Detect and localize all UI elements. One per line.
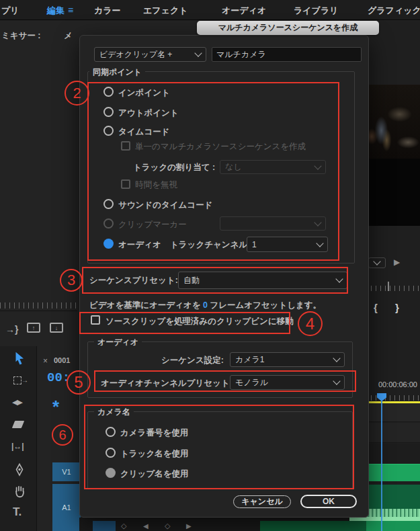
keyframe-marker-icon[interactable]: ◇: [121, 522, 126, 530]
sequence-settings-dropdown[interactable]: カメラ1: [230, 352, 345, 367]
timeline-ruler[interactable]: [366, 395, 420, 401]
offset-info-text: ビデオを基準にオーディオを 0 フレームオフセットします。: [89, 300, 321, 311]
mixer-label: ミキサー :: [1, 30, 41, 42]
workspace-tab-edit[interactable]: 編集: [47, 5, 65, 17]
annotation-circle-5: 5: [67, 370, 91, 395]
chevron-down-icon: [333, 354, 340, 362]
workspace-tab-effects[interactable]: エフェクト: [143, 5, 188, 17]
cancel-button[interactable]: キャンセル: [233, 495, 291, 508]
chevron-down-icon: [194, 49, 202, 56]
annotation-circle-3: 3: [60, 269, 83, 292]
mark-in-icon[interactable]: {: [374, 302, 378, 313]
ok-button[interactable]: OK: [300, 495, 357, 508]
left-ruler: [0, 302, 77, 309]
workspace-tab-library[interactable]: ライブラリ: [294, 5, 339, 17]
audio-group-legend: オーディオ: [94, 337, 142, 348]
dialog-titlebar[interactable]: マルチカメラソースシーケンスを作成: [197, 21, 379, 35]
truncated-label: メ: [64, 30, 73, 42]
monitor-letterbox: [366, 159, 420, 226]
next-keyframe-icon[interactable]: ▶: [186, 522, 192, 530]
annotation-circle-6: 6: [52, 424, 73, 446]
track-header-a1[interactable]: A1: [52, 484, 81, 531]
add-keyframe-icon[interactable]: ◇: [165, 522, 170, 530]
audio-clip-blue[interactable]: [93, 521, 116, 531]
hand-tool-icon[interactable]: [12, 484, 27, 499]
video-clip-v1[interactable]: [366, 464, 420, 481]
sequence-name-input[interactable]: マルチカメラ: [212, 47, 362, 62]
chevron-down-icon: [373, 257, 380, 265]
ripple-edit-tool-icon[interactable]: ◀▶: [12, 398, 22, 407]
name-preset-dropdown[interactable]: ビデオクリップ名 +: [94, 47, 206, 62]
workspace-tab-graphics[interactable]: グラフィック: [368, 5, 420, 17]
playhead-line[interactable]: [381, 399, 382, 531]
annotation-rect-4: [79, 312, 290, 334]
annotation-circle-4: 4: [298, 311, 323, 336]
annotation-rect-2: [87, 82, 339, 261]
track-header-v1[interactable]: V1: [52, 462, 81, 481]
sequence-settings-label: シーケンス設定:: [161, 355, 224, 366]
tools-panel: [0, 346, 37, 531]
premiere-pro-window: プリ 編集 ≡ カラー エフェクト オーディオ ライブラリ グラフィック ミキサ…: [0, 0, 420, 531]
slip-tool-icon[interactable]: |↔|: [11, 442, 24, 451]
annotation-rect-3: [82, 267, 348, 294]
offset-value[interactable]: 0: [203, 300, 208, 310]
audio-clip-green-bright[interactable]: [366, 521, 420, 531]
track-select-arrow-icon: →: [22, 376, 28, 384]
extract-icon[interactable]: ↓: [50, 323, 63, 333]
workspace-menubar: プリ 編集 ≡ カラー エフェクト オーディオ ライブラリ グラフィック: [0, 0, 420, 20]
lift-icon[interactable]: ↑: [27, 323, 40, 333]
sync-point-legend: 同期ポイント: [89, 67, 145, 78]
annotation-rect-5: [94, 370, 356, 392]
workspace-tab-audio[interactable]: オーディオ: [222, 5, 266, 17]
timeline-ruler-timecode: 00:00:06:00: [366, 380, 417, 389]
selection-tool-icon[interactable]: [12, 350, 27, 366]
monitor-settings-dropdown[interactable]: [368, 257, 386, 268]
workspace-tab-pri[interactable]: プリ: [1, 5, 19, 17]
workspace-tab-color[interactable]: カラー: [94, 5, 121, 17]
dialog-title: マルチカメラソースシーケンスを作成: [218, 22, 358, 34]
monitor-ruler-center-tick: [388, 282, 389, 291]
timeline-track-row[interactable]: [366, 444, 420, 464]
timeline-track-row[interactable]: [366, 423, 420, 443]
snap-icon[interactable]: *: [52, 397, 59, 417]
type-tool-icon[interactable]: T.: [13, 505, 22, 519]
a1-label: A1: [62, 503, 71, 512]
insert-icon[interactable]: →}: [5, 324, 18, 335]
close-icon[interactable]: ×: [43, 356, 48, 366]
program-monitor-video: [366, 85, 420, 159]
hamburger-menu-icon[interactable]: ≡: [68, 5, 73, 15]
divider: [0, 311, 77, 311]
pen-tool-icon[interactable]: [13, 462, 26, 477]
track-select-forward-tool-icon[interactable]: [13, 376, 22, 384]
sequence-tab-label[interactable]: 0001: [54, 356, 70, 364]
monitor-ruler[interactable]: [366, 286, 420, 291]
mark-out-icon[interactable]: }: [395, 302, 399, 313]
play-icon[interactable]: ▶: [394, 257, 400, 267]
v1-label: V1: [62, 468, 71, 476]
timeline-track-row[interactable]: [366, 403, 420, 422]
annotation-circle-2: 2: [65, 81, 89, 106]
annotation-rect-6: [84, 405, 354, 489]
prev-keyframe-icon[interactable]: ◀: [143, 522, 149, 530]
